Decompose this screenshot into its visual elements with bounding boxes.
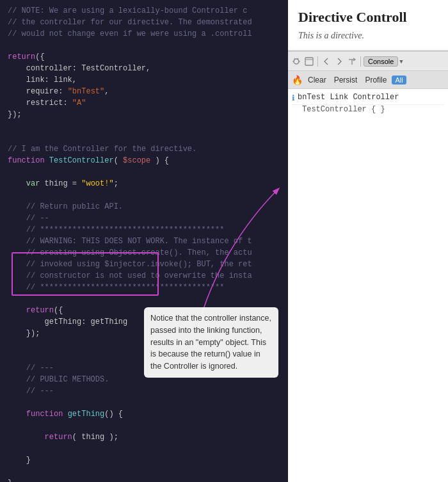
code-line-19: // --: [8, 213, 280, 224]
directive-title: Directive Controll: [298, 9, 438, 26]
console-entry-2: TestController { }: [292, 105, 444, 114]
console-subtoolbar: 🔥 Clear Persist Profile All: [288, 71, 448, 89]
all-button[interactable]: All: [392, 76, 406, 84]
bug-icon[interactable]: [291, 56, 302, 67]
code-line-14: function TestController( $scope ) {: [8, 155, 280, 166]
console-output: ℹ bnTest Link Controller TestController …: [288, 89, 448, 482]
console-dropdown-arrow[interactable]: ▼: [399, 58, 403, 65]
code-line-4: [8, 40, 280, 51]
annotation-bubble: Notice that the controller instance, pas…: [144, 307, 278, 378]
code-line-10: });: [8, 109, 280, 120]
code-line-21: // WARNING: THIS DOES NOT WORK. The inst…: [8, 236, 280, 247]
code-line-39: [8, 443, 280, 454]
code-line-38: return( thing );: [8, 431, 280, 443]
code-line-12: [8, 132, 280, 143]
code-line-41: [8, 466, 280, 478]
code-line-24: // constructor is not used to overwrite …: [8, 270, 280, 282]
toolbar-separator-1: [317, 56, 318, 67]
code-line-40: }: [8, 454, 280, 466]
devtools-panel: Console ▼ 🔥 Clear Persist Profile All ℹ …: [288, 51, 448, 482]
code-line-17: [8, 189, 280, 201]
clear-button[interactable]: Clear: [305, 75, 329, 85]
inspect-icon[interactable]: [303, 56, 315, 67]
code-line-34: // ---: [8, 385, 280, 397]
code-line-23: // invoked using $injector.invoke(); BUT…: [8, 259, 280, 270]
right-panel: Directive Controll This is a directive.: [288, 0, 448, 482]
code-line-6: controller: TestController,: [8, 63, 280, 74]
code-line-11: [8, 120, 280, 132]
svg-rect-6: [305, 58, 313, 65]
info-icon: ℹ: [292, 93, 295, 103]
code-line-18: // Return public API.: [8, 201, 280, 213]
directive-output: Directive Controll This is a directive.: [288, 0, 448, 51]
directive-text: This is a directive.: [298, 31, 438, 41]
code-line-2: // the controller for our directive. The…: [8, 17, 280, 28]
code-editor: // NOTE: We are using a lexically-bound …: [0, 0, 288, 482]
toolbar-separator-2: [360, 56, 361, 67]
console-entry-1: ℹ bnTest Link Controller: [292, 92, 444, 105]
code-line-13: // I am the Controller for the directive…: [8, 143, 280, 155]
code-line-8: require: "bnTest",: [8, 86, 280, 97]
flame-icon: 🔥: [292, 75, 303, 85]
console-entry-1-text: bnTest Link Controller: [298, 93, 399, 102]
code-line-5: return({: [8, 51, 280, 63]
code-line-25: // *************************************…: [8, 282, 280, 293]
code-line-36: function getThing() {: [8, 408, 280, 420]
persist-button[interactable]: Persist: [332, 75, 360, 85]
code-line-16: var thing = "woot!";: [8, 178, 280, 189]
code-line-7: link: link,: [8, 74, 280, 86]
console-dropdown-button[interactable]: Console: [364, 56, 398, 67]
code-line-15: [8, 166, 280, 178]
code-line-22: // creating using Object.create(). Then,…: [8, 247, 280, 259]
code-line-3: // would not change even if we were usin…: [8, 28, 280, 40]
devtools-toolbar: Console ▼: [288, 52, 448, 71]
forward-icon[interactable]: [333, 56, 345, 67]
code-line-1: // NOTE: We are using a lexically-bound …: [8, 5, 280, 17]
code-line-37: [8, 420, 280, 431]
code-line-26: [8, 293, 280, 305]
svg-point-1: [294, 59, 299, 64]
code-line-9: restrict: "A": [8, 97, 280, 109]
back-icon[interactable]: [321, 56, 332, 67]
profile-button[interactable]: Profile: [362, 75, 389, 85]
console-entry-2-text: TestController { }: [302, 105, 444, 114]
code-line-20: // *************************************…: [8, 224, 280, 236]
code-line-35: [8, 397, 280, 408]
stepover-icon[interactable]: [346, 56, 358, 67]
code-line-42: }: [8, 478, 280, 482]
